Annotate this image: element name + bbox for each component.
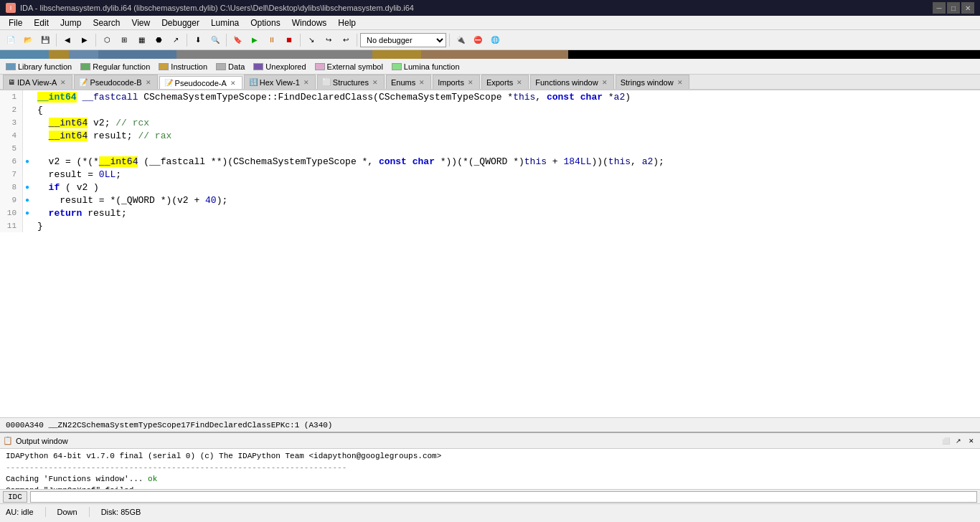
output-content[interactable]: IDAPython 64-bit v1.7.0 final (serial 0)… — [0, 449, 980, 489]
tb-find[interactable]: 🔍 — [207, 32, 223, 48]
idc-input[interactable] — [30, 491, 977, 503]
menu-help[interactable]: Help — [332, 16, 362, 29]
tb-detach[interactable]: ⛔ — [470, 32, 486, 48]
tb-disasm[interactable]: ⊞ — [116, 32, 132, 48]
tab-enums-close[interactable]: ✕ — [418, 78, 426, 87]
tb-new[interactable]: 📄 — [3, 32, 19, 48]
tab-ida-view-a-label: IDA View-A — [17, 78, 57, 87]
tb-graph[interactable]: ⬣ — [151, 32, 166, 48]
close-button[interactable]: ✕ — [961, 2, 974, 14]
menu-jump[interactable]: Jump — [55, 16, 87, 29]
line-code-8: if ( v2 ) — [32, 182, 980, 193]
tb-forward[interactable]: ▶ — [77, 32, 93, 48]
tab-strings-window-label: Strings window — [621, 78, 674, 87]
output-line-version: IDAPython 64-bit v1.7.0 final (serial 0)… — [6, 450, 974, 462]
tb-struct[interactable]: ▦ — [133, 32, 149, 48]
output-close-button[interactable]: ✕ — [966, 435, 977, 447]
main-area: 1 __int64 __fastcall CSchemaSystemTypeSc… — [0, 90, 980, 417]
menu-file[interactable]: File — [3, 16, 28, 29]
tab-exports[interactable]: Exports ✕ — [481, 75, 529, 89]
tb-bookmarks[interactable]: 🔖 — [230, 32, 245, 48]
menu-options[interactable]: Options — [245, 16, 286, 29]
tb-step-out[interactable]: ↩ — [338, 32, 354, 48]
tab-enums[interactable]: Enums ✕ — [386, 75, 431, 89]
legend-unexplored-color — [253, 63, 263, 70]
tab-hex-view-1-close[interactable]: ✕ — [302, 78, 311, 87]
tab-exports-close[interactable]: ✕ — [515, 78, 524, 87]
tb-hex[interactable]: ⬡ — [99, 32, 115, 48]
code-line-8: 8 ● if ( v2 ) — [0, 181, 980, 194]
tab-pseudocode-a-icon: 📝 — [164, 79, 173, 87]
tb-sep7 — [449, 34, 450, 47]
tab-structures-close[interactable]: ✕ — [371, 78, 380, 87]
menu-lumina[interactable]: Lumina — [205, 16, 245, 29]
title-bar: I IDA - libschemasystem.dylib.i64 (libsc… — [0, 0, 980, 16]
tb-attach[interactable]: 🔌 — [453, 32, 468, 48]
code-line-3: 3 __int64 v2; // rcx — [0, 116, 980, 129]
line-dot-6: ● — [23, 158, 32, 166]
nav-seg-8 — [568, 50, 980, 59]
tb-step-over[interactable]: ↪ — [321, 32, 336, 48]
line-num-1: 1 — [0, 90, 23, 103]
tb-save[interactable]: 💾 — [37, 32, 53, 48]
line-code-10: return result; — [32, 208, 980, 219]
maximize-button[interactable]: □ — [947, 2, 960, 14]
tab-functions-window-close[interactable]: ✕ — [600, 78, 609, 87]
legend-data: Data — [216, 62, 245, 71]
tab-pseudocode-b-label: Pseudocode-B — [90, 78, 141, 87]
output-float-button[interactable]: ↗ — [953, 435, 964, 447]
legend-external-symbol: External symbol — [315, 62, 383, 71]
tab-ida-view-a[interactable]: 🖥 IDA View-A ✕ — [3, 75, 72, 89]
tab-ida-view-a-close[interactable]: ✕ — [59, 78, 67, 87]
tab-strings-window[interactable]: Strings window ✕ — [616, 75, 689, 89]
tab-pseudocode-b[interactable]: 📝 Pseudocode-B ✕ — [74, 75, 157, 89]
code-view[interactable]: 1 __int64 __fastcall CSchemaSystemTypeSc… — [0, 90, 980, 417]
output-header-buttons: ⬜ ↗ ✕ — [940, 435, 977, 447]
menu-view[interactable]: View — [126, 16, 156, 29]
tab-pseudocode-b-close[interactable]: ✕ — [144, 78, 153, 87]
tb-back[interactable]: ◀ — [60, 32, 75, 48]
line-num-4: 4 — [0, 129, 23, 142]
line-code-6: v2 = (*(*__int64 (__fastcall **)(CSchema… — [32, 156, 980, 167]
line-dot-10: ● — [23, 209, 32, 217]
tab-imports-close[interactable]: ✕ — [466, 78, 475, 87]
legend-data-label: Data — [228, 62, 245, 71]
tb-xref[interactable]: ↗ — [168, 32, 184, 48]
tb-stop[interactable]: ⏹ — [281, 32, 297, 48]
tb-open[interactable]: 📂 — [20, 32, 36, 48]
output-window-title: Output window — [16, 437, 68, 445]
tab-hex-view-1[interactable]: 🔢 Hex View-1 ✕ — [244, 75, 316, 89]
tab-pseudocode-a[interactable]: 📝 Pseudocode-A ✕ — [159, 76, 242, 90]
nav-seg-3 — [69, 50, 98, 59]
tab-imports[interactable]: Imports ✕ — [433, 75, 480, 89]
tab-enums-label: Enums — [391, 78, 415, 87]
code-line-11: 11 } — [0, 219, 980, 232]
tb-run[interactable]: ▶ — [247, 32, 263, 48]
menu-debugger[interactable]: Debugger — [156, 16, 205, 29]
title-bar-left: I IDA - libschemasystem.dylib.i64 (libsc… — [6, 3, 414, 13]
title-bar-buttons[interactable]: ─ □ ✕ — [933, 2, 974, 14]
line-code-2: { — [32, 105, 980, 115]
nav-bar[interactable] — [0, 50, 980, 59]
minimize-button[interactable]: ─ — [933, 2, 946, 14]
tab-structures[interactable]: ⬜ Structures ✕ — [317, 75, 385, 89]
nav-seg-6 — [372, 50, 421, 59]
line-num-3: 3 — [0, 116, 23, 129]
tab-pseudocode-a-close[interactable]: ✕ — [229, 79, 237, 87]
tb-remote[interactable]: 🌐 — [487, 32, 503, 48]
debugger-select[interactable]: No debugger — [360, 33, 446, 47]
tb-search-down[interactable]: ⬇ — [190, 32, 206, 48]
legend-external-label: External symbol — [327, 62, 383, 71]
menu-edit[interactable]: Edit — [28, 16, 55, 29]
line-num-2: 2 — [0, 103, 23, 116]
output-restore-button[interactable]: ⬜ — [940, 435, 951, 447]
legend-lumina-color — [392, 63, 402, 70]
tab-functions-window[interactable]: Functions window ✕ — [530, 75, 613, 89]
tb-step-into[interactable]: ↘ — [303, 32, 319, 48]
legend-data-color — [216, 63, 226, 70]
menu-search[interactable]: Search — [87, 16, 126, 29]
menu-windows[interactable]: Windows — [286, 16, 333, 29]
tb-pause[interactable]: ⏸ — [264, 32, 280, 48]
tab-imports-label: Imports — [438, 78, 464, 87]
tab-strings-window-close[interactable]: ✕ — [676, 78, 684, 87]
